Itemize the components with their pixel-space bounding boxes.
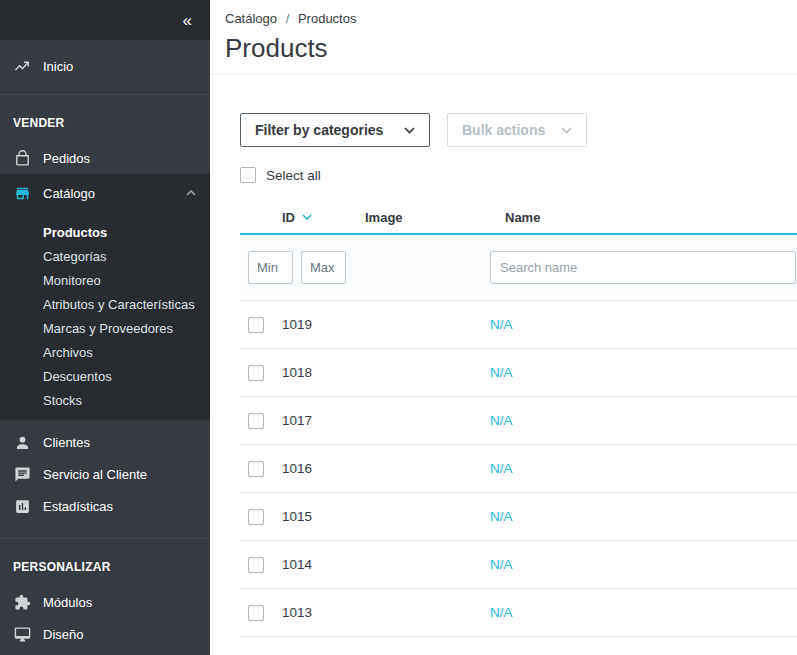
row-checkbox[interactable] <box>248 413 264 429</box>
breadcrumb-separator: / <box>286 11 290 26</box>
sidebar-item-label: Catálogo <box>43 186 95 201</box>
main-content: Catálogo / Productos Products Filter by … <box>210 0 797 655</box>
column-header-name: Name <box>490 210 797 225</box>
product-id: 1013 <box>282 605 365 620</box>
sidebar-item-inicio[interactable]: Inicio <box>0 48 210 84</box>
product-name-link[interactable]: N/A <box>490 413 513 428</box>
max-id-input[interactable] <box>301 251 346 284</box>
page-header: Catálogo / Productos Products <box>210 0 797 75</box>
bar-chart-icon <box>13 497 31 515</box>
breadcrumb: Catálogo / Productos <box>225 11 782 26</box>
product-id: 1017 <box>282 413 365 428</box>
trending-up-icon <box>13 57 31 75</box>
sidebar-subitem-categorias[interactable]: Categorías <box>0 244 210 268</box>
row-checkbox[interactable] <box>248 605 264 621</box>
table-row: 1013 N/A <box>240 589 797 637</box>
search-name-input[interactable] <box>490 251 796 284</box>
sort-desc-icon[interactable] <box>302 214 312 220</box>
sidebar-item-clientes[interactable]: Clientes <box>0 426 210 458</box>
sidebar-item-label: Diseño <box>43 627 83 642</box>
store-icon <box>13 184 31 202</box>
sidebar-item-label: Inicio <box>43 59 73 74</box>
sidebar-item-label: Pedidos <box>43 151 90 166</box>
toolbar: Filter by categories Bulk actions <box>240 113 797 147</box>
column-header-image: Image <box>365 210 490 225</box>
product-name-link[interactable]: N/A <box>490 461 513 476</box>
product-id: 1019 <box>282 317 365 332</box>
person-icon <box>13 433 31 451</box>
sidebar-item-servicio-al-cliente[interactable]: Servicio al Cliente <box>0 458 210 490</box>
row-checkbox[interactable] <box>248 509 264 525</box>
name-filter-cell <box>490 251 797 284</box>
table-row: 1015 N/A <box>240 493 797 541</box>
breadcrumb-catalogo-link[interactable]: Catálogo <box>225 11 277 26</box>
sidebar: « Inicio VENDER Pedidos Catálogo Product… <box>0 0 210 655</box>
puzzle-icon <box>13 593 31 611</box>
select-all-checkbox[interactable] <box>240 167 256 183</box>
chevron-down-icon <box>561 127 572 134</box>
chat-icon <box>13 465 31 483</box>
row-checkbox[interactable] <box>248 317 264 333</box>
select-all-label: Select all <box>266 168 321 183</box>
table-row: 1018 N/A <box>240 349 797 397</box>
sidebar-item-estadisticas[interactable]: Estadísticas <box>0 490 210 522</box>
catalog-menu-block: Catálogo Productos Categorías Monitoreo … <box>0 174 210 420</box>
table-header-row: ID Image Name <box>240 201 797 235</box>
sidebar-subitem-stocks[interactable]: Stocks <box>0 388 210 412</box>
sidebar-subitem-atributos[interactable]: Atributos y Características <box>0 292 210 316</box>
row-checkbox[interactable] <box>248 557 264 573</box>
min-id-input[interactable] <box>248 251 293 284</box>
sidebar-subitem-productos[interactable]: Productos <box>0 220 210 244</box>
sidebar-item-catalogo[interactable]: Catálogo <box>0 174 210 212</box>
table-row: 1019 N/A <box>240 301 797 349</box>
product-name-link[interactable]: N/A <box>490 317 513 332</box>
id-range-filter <box>240 251 365 284</box>
select-all-row: Select all <box>240 165 797 185</box>
sidebar-subitem-marcas[interactable]: Marcas y Proveedores <box>0 316 210 340</box>
sidebar-section-vender: VENDER <box>0 95 210 142</box>
row-checkbox[interactable] <box>248 461 264 477</box>
product-name-link[interactable]: N/A <box>490 365 513 380</box>
product-id: 1015 <box>282 509 365 524</box>
sidebar-item-diseno[interactable]: Diseño <box>0 618 210 650</box>
bulk-actions-button[interactable]: Bulk actions <box>447 113 587 147</box>
bulk-actions-label: Bulk actions <box>462 122 545 138</box>
sidebar-header: « <box>0 0 210 40</box>
column-header-id-label: ID <box>282 210 295 225</box>
row-checkbox[interactable] <box>248 365 264 381</box>
products-panel: Filter by categories Bulk actions Select… <box>210 75 797 637</box>
collapse-sidebar-icon[interactable]: « <box>183 12 192 29</box>
sidebar-subitem-monitoreo[interactable]: Monitoreo <box>0 268 210 292</box>
products-table: ID Image Name 1 <box>240 201 797 637</box>
table-row: 1014 N/A <box>240 541 797 589</box>
sidebar-subitem-descuentos[interactable]: Descuentos <box>0 364 210 388</box>
product-id: 1014 <box>282 557 365 572</box>
sidebar-item-modulos[interactable]: Módulos <box>0 586 210 618</box>
table-row: 1016 N/A <box>240 445 797 493</box>
sidebar-item-label: Servicio al Cliente <box>43 467 147 482</box>
page-title: Products <box>225 33 782 64</box>
sidebar-item-pedidos[interactable]: Pedidos <box>0 142 210 174</box>
product-name-link[interactable]: N/A <box>490 557 513 572</box>
sidebar-subitem-archivos[interactable]: Archivos <box>0 340 210 364</box>
shopping-bag-icon <box>13 149 31 167</box>
sidebar-item-label: Clientes <box>43 435 90 450</box>
table-filters-row <box>240 235 797 301</box>
product-name-link[interactable]: N/A <box>490 605 513 620</box>
sidebar-section-personalizar: PERSONALIZAR <box>0 539 210 586</box>
chevron-up-icon <box>186 190 196 196</box>
product-id: 1018 <box>282 365 365 380</box>
product-name-link[interactable]: N/A <box>490 509 513 524</box>
table-row: 1017 N/A <box>240 397 797 445</box>
product-id: 1016 <box>282 461 365 476</box>
catalog-submenu: Productos Categorías Monitoreo Atributos… <box>0 212 210 412</box>
filter-by-categories-label: Filter by categories <box>255 122 383 138</box>
breadcrumb-current: Productos <box>298 11 357 26</box>
filter-by-categories-button[interactable]: Filter by categories <box>240 113 430 147</box>
sidebar-item-label: Estadísticas <box>43 499 113 514</box>
monitor-icon <box>13 625 31 643</box>
column-header-id[interactable]: ID <box>282 210 365 225</box>
chevron-down-icon <box>404 127 415 134</box>
sidebar-item-label: Módulos <box>43 595 92 610</box>
